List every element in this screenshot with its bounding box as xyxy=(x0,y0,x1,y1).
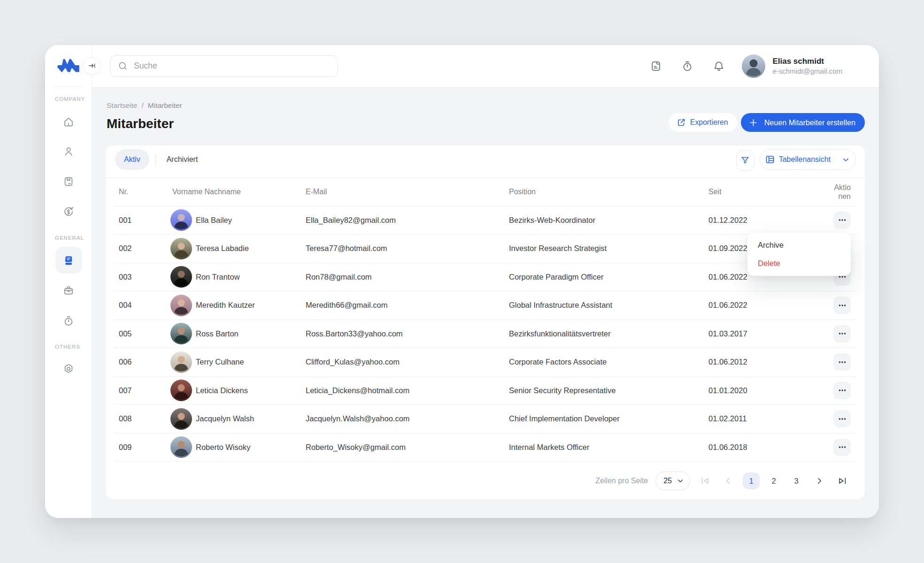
cell-email: Meredith66@gmail.com xyxy=(306,301,509,310)
cell-email: Roberto_Wisoky@gmail.com xyxy=(306,443,509,452)
cell-name: Ella Bailey xyxy=(170,209,306,231)
prev-page-button[interactable] xyxy=(720,472,737,489)
tab-aktiv[interactable]: Aktiv xyxy=(115,149,149,170)
table-view-icon xyxy=(765,154,775,165)
sidebar-item-employees-active[interactable] xyxy=(55,247,82,274)
context-menu-delete[interactable]: Delete xyxy=(747,254,851,273)
employee-name: Teresa Labadie xyxy=(196,244,249,253)
cell-position: Internal Markets Officer xyxy=(509,443,708,452)
profile-text: Elias schmidt e-schmidt@gmail.com xyxy=(772,56,842,76)
cell-name: Ross Barton xyxy=(170,323,306,344)
last-page-icon xyxy=(837,476,847,486)
company-logo[interactable] xyxy=(57,59,80,73)
main-area: Elias schmidt e-schmidt@gmail.com Starts… xyxy=(92,45,879,518)
row-actions-button[interactable] xyxy=(833,382,851,399)
cell-position: Investor Research Strategist xyxy=(509,244,708,253)
search-box[interactable] xyxy=(110,55,338,77)
tab-archiviert[interactable]: Archiviert xyxy=(161,149,204,164)
breadcrumb-home[interactable]: Startseite xyxy=(107,101,137,110)
table-row[interactable]: 002 Teresa Labadie Teresa77@hotmail.com … xyxy=(114,235,856,263)
table-card: Aktiv Archiviert xyxy=(106,145,865,499)
chevron-left-icon xyxy=(724,477,733,486)
first-page-button[interactable] xyxy=(697,472,714,489)
cell-nr: 003 xyxy=(119,273,170,282)
breadcrumb-current: Mitarbeiter xyxy=(148,101,182,110)
page-header: Mitarbeiter Exportieren xyxy=(107,113,865,132)
plus-icon xyxy=(748,118,758,128)
sidebar-item-bookings[interactable] xyxy=(63,176,74,187)
table-row[interactable]: 004 Meredith Kautzer Meredith66@gmail.co… xyxy=(114,291,856,320)
sidebar-item-refunds[interactable] xyxy=(63,206,74,217)
sidebar-item-home[interactable] xyxy=(63,116,74,128)
home-icon xyxy=(63,116,74,128)
chevron-right-icon xyxy=(815,477,824,486)
cell-position: Global Infrastructure Assistant xyxy=(509,301,708,310)
profile-menu[interactable]: Elias schmidt e-schmidt@gmail.com xyxy=(742,54,842,78)
sidebar-divider xyxy=(54,86,83,87)
page-numbers: 123 xyxy=(743,472,805,489)
cell-since: 01.03.2017 xyxy=(708,329,826,338)
table-row[interactable]: 003 Ron Trantow Ron78@gmail.com Corporat… xyxy=(114,263,856,292)
table-row[interactable]: 005 Ross Barton Ross.Barton33@yahoo.com … xyxy=(114,320,856,349)
sidebar-item-people[interactable] xyxy=(63,146,74,157)
row-avatar xyxy=(170,436,192,458)
employee-name: Ron Trantow xyxy=(196,273,240,282)
table-view-button[interactable]: Tabellenansicht xyxy=(760,149,856,170)
row-avatar xyxy=(170,209,192,231)
next-page-button[interactable] xyxy=(811,472,828,489)
table-row[interactable]: 007 Leticia Dickens Leticia_Dickens@hotm… xyxy=(114,377,856,405)
row-actions-button[interactable] xyxy=(833,439,851,456)
page-button-2[interactable]: 2 xyxy=(765,472,782,489)
row-avatar xyxy=(170,323,192,344)
cell-name: Ron Trantow xyxy=(170,266,306,288)
employee-name: Roberto Wisoky xyxy=(196,443,250,452)
sidebar-item-settings[interactable] xyxy=(63,363,74,374)
employee-name: Terry Culhane xyxy=(196,358,244,366)
pagination-nav: 123 xyxy=(697,472,851,489)
sidebar: COMPANY xyxy=(45,45,92,518)
employee-name: Ella Bailey xyxy=(196,216,232,225)
row-actions-button[interactable] xyxy=(833,410,851,427)
stopwatch-icon[interactable] xyxy=(682,61,693,72)
cell-position: Bezirks-Web-Koordinator xyxy=(509,216,708,225)
cell-email: Ella_Bailey82@gmail.com xyxy=(306,216,509,225)
sidebar-item-time[interactable] xyxy=(63,315,74,327)
tab-aktiv-label: Aktiv xyxy=(124,155,140,164)
cell-position: Corporate Paradigm Officer xyxy=(509,273,708,282)
row-actions-button[interactable] xyxy=(833,297,851,314)
page-button-3[interactable]: 3 xyxy=(788,472,805,489)
chevron-down-icon xyxy=(842,156,850,164)
cell-position: Corporate Factors Associate xyxy=(509,358,708,366)
row-actions-button[interactable] xyxy=(833,353,851,371)
tab-archiviert-label: Archiviert xyxy=(167,155,198,163)
page-button-1[interactable]: 1 xyxy=(743,472,760,489)
table-row[interactable]: 008 Jacquelyn Walsh Jacquelyn.Walsh@yaho… xyxy=(114,405,856,434)
create-employee-button[interactable]: Neuen Mitarbeiter erstellen xyxy=(741,113,865,132)
report-icon[interactable] xyxy=(650,61,662,72)
row-actions-button[interactable] xyxy=(833,325,851,342)
cell-name: Leticia Dickens xyxy=(170,380,306,401)
col-header-name: Vorname Nachname xyxy=(170,188,306,196)
chevron-down-icon xyxy=(677,477,684,485)
cell-email: Ross.Barton33@yahoo.com xyxy=(306,329,509,338)
last-page-button[interactable] xyxy=(834,472,851,489)
sidebar-item-jobs[interactable] xyxy=(63,285,74,296)
money-return-icon xyxy=(63,206,74,217)
table-header-row: Nr. Vorname Nachname E-Mail Position Sei… xyxy=(114,178,856,206)
sidebar-collapse-button[interactable] xyxy=(84,57,100,74)
filter-button[interactable] xyxy=(736,150,755,171)
row-avatar xyxy=(170,238,192,259)
search-input[interactable] xyxy=(134,61,330,71)
cell-since: 01.06.2018 xyxy=(708,443,826,452)
context-menu-archive[interactable]: Archive xyxy=(747,236,851,254)
row-actions-button[interactable] xyxy=(833,212,851,229)
page-size-select[interactable]: 25 xyxy=(655,472,690,490)
table-row[interactable]: 006 Terry Culhane Clifford_Kulas@yahoo.c… xyxy=(114,348,856,377)
table-row[interactable]: 009 Roberto Wisoky Roberto_Wisoky@gmail.… xyxy=(114,434,856,462)
page-size-value: 25 xyxy=(663,477,672,485)
card-toolbar: Aktiv Archiviert xyxy=(106,145,865,178)
cell-name: Terry Culhane xyxy=(170,351,306,373)
bell-icon[interactable] xyxy=(713,61,724,72)
table-row[interactable]: 001 Ella Bailey Ella_Bailey82@gmail.com … xyxy=(114,206,856,235)
export-button[interactable]: Exportieren xyxy=(669,113,737,132)
